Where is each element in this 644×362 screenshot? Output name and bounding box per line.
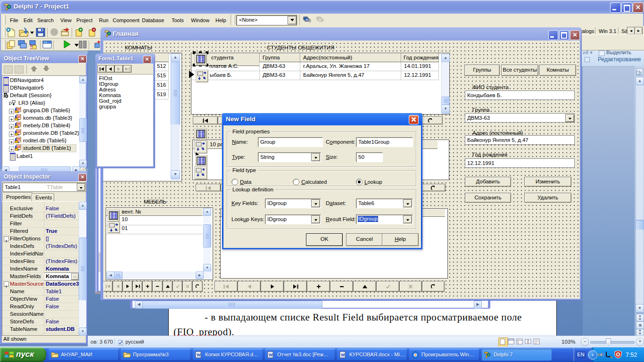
svg-text:W: W — [341, 353, 345, 357]
svg-text:W: W — [197, 353, 201, 357]
svg-text:W: W — [269, 353, 273, 357]
